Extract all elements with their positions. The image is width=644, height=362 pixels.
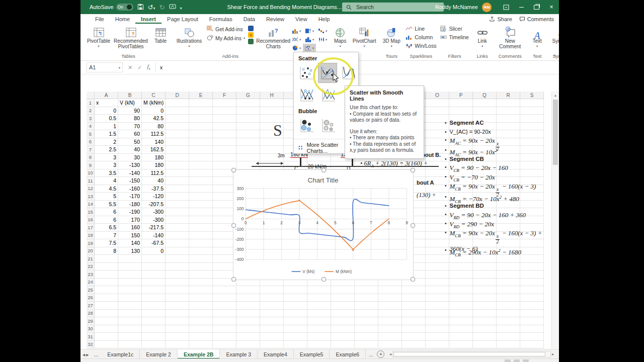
row-header-8[interactable]: 8 [87,154,95,162]
row-header-10[interactable]: 10 [87,169,95,177]
user-name[interactable]: Roddy McNamee [435,4,478,10]
cell-G31[interactable] [236,333,260,341]
cell-H2[interactable] [260,107,284,115]
cell-L31[interactable] [355,333,378,341]
cell-G27[interactable] [236,302,260,310]
cell-R3[interactable] [497,115,520,123]
cell-I31[interactable] [284,333,307,341]
cell-R32[interactable] [497,341,520,349]
cell-B19[interactable]: 140 [118,239,142,247]
cell-E14[interactable] [189,201,213,209]
view-page-layout-icon[interactable] [514,359,520,362]
horizontal-scroll-thumb[interactable] [393,352,546,356]
cell-S2[interactable] [520,107,544,115]
cell-G8[interactable] [236,154,260,162]
cell-D27[interactable] [166,302,189,310]
cell-B28[interactable] [118,310,142,318]
chart-resize-handle[interactable] [411,277,415,282]
cell-E24[interactable] [189,279,213,287]
cell-C30[interactable] [142,325,166,333]
collapse-ribbon-icon[interactable]: ^ [554,54,556,59]
cancel-icon[interactable]: ✕ [128,64,132,71]
cell-C20[interactable]: 0 [142,247,166,255]
cell-O26[interactable] [426,294,449,302]
comments-button[interactable]: Comments [519,16,554,22]
cell-H27[interactable] [260,302,284,310]
row-header-6[interactable]: 6 [87,138,95,146]
cell-P1[interactable] [449,99,473,107]
cell-J26[interactable] [307,294,331,302]
cell-A22[interactable] [95,263,118,271]
sheet-tab-example5[interactable]: Example5 [294,349,330,359]
cell-P24[interactable] [449,279,473,287]
cell-A32[interactable] [95,341,118,349]
ribbon-tab-data[interactable]: Data [238,15,261,24]
row-header-15[interactable]: 15 [87,208,95,216]
cell-E28[interactable] [189,310,213,318]
cell-D24[interactable] [166,279,189,287]
cell-E5[interactable] [189,130,213,138]
scroll-up-icon[interactable]: ▲ [552,92,559,99]
cell-F2[interactable] [213,107,236,115]
row-header-14[interactable]: 14 [87,201,95,209]
autosave-toggle[interactable]: AutoSave On [90,4,133,11]
cell-D15[interactable] [166,208,189,216]
cell-Q23[interactable] [473,270,497,279]
column-header-B[interactable]: B [118,92,142,99]
cell-K25[interactable] [331,286,355,294]
sheet-nav-right-icon[interactable]: ▸ [86,351,89,357]
sheet-tab-example-2b[interactable]: Example 2B [178,349,220,359]
avatar[interactable]: RM [482,3,492,12]
cell-C17[interactable]: -217.5 [142,224,166,232]
cell-G26[interactable] [236,294,260,302]
cell-A3[interactable]: 0.5 [95,115,118,123]
cell-D25[interactable] [166,286,189,294]
cell-D8[interactable] [166,154,189,162]
select-all-corner[interactable] [87,92,95,99]
cell-I25[interactable] [284,286,307,294]
cell-J28[interactable] [307,310,331,318]
cell-B17[interactable]: 160 [118,224,142,232]
cell-B31[interactable] [118,333,142,341]
cell-E7[interactable] [189,146,213,154]
cell-F1[interactable] [213,99,236,107]
pivottable-button[interactable]: PivotTable ▾ [85,26,112,48]
cell-R30[interactable] [497,325,520,333]
cell-Q32[interactable] [473,341,497,349]
cell-O29[interactable] [426,317,449,325]
cell-S29[interactable] [520,317,544,325]
cell-E20[interactable] [189,247,213,255]
sheet-tab-example-3[interactable]: Example 3 [220,349,258,359]
cell-Q26[interactable] [473,294,497,302]
cell-A25[interactable] [95,286,118,294]
threed-map-button[interactable]: 3D Map ▾ [381,26,401,48]
insert-scatter-chart-button[interactable]: ▾ [303,44,316,52]
cell-O31[interactable] [426,333,449,341]
cell-R28[interactable] [497,310,520,318]
cell-I27[interactable] [284,302,307,310]
cell-A29[interactable] [95,317,118,325]
addin-green-icon[interactable] [248,39,254,44]
sheet-tab-example1c[interactable]: Example1c [101,349,140,359]
chart-resize-handle[interactable] [231,277,236,282]
cell-M26[interactable] [378,294,402,302]
cell-B9[interactable]: -130 [118,161,142,169]
row-header-5[interactable]: 5 [87,130,95,138]
cell-D21[interactable] [166,255,189,263]
cell-C15[interactable]: -300 [142,208,166,216]
cell-E12[interactable] [189,185,213,193]
cell-G28[interactable] [236,310,260,318]
row-header-2[interactable]: 2 [87,107,95,115]
cell-R29[interactable] [497,317,520,325]
row-header-21[interactable]: 21 [87,255,95,263]
cell-E17[interactable] [189,224,213,232]
cell-I29[interactable] [284,317,307,325]
cell-E9[interactable] [189,161,213,169]
cell-C23[interactable] [142,270,166,279]
cell-K32[interactable] [331,341,355,349]
cell-C27[interactable] [142,302,166,310]
search-input[interactable]: Search [342,3,444,12]
cell-D9[interactable] [166,161,189,169]
cell-D20[interactable] [166,247,189,255]
insert-function-icon[interactable]: fx [147,63,150,71]
